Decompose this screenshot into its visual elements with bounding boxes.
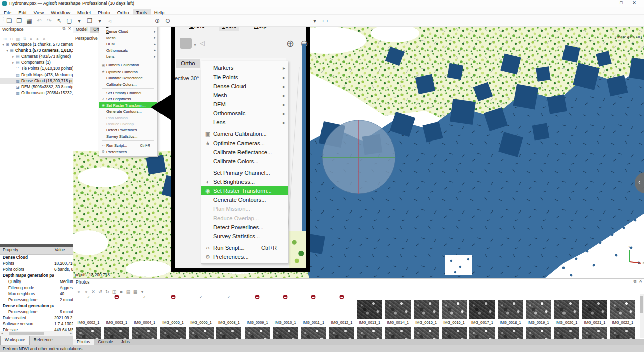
float-panel-icon[interactable]: ⧉ xyxy=(63,26,66,31)
photo-cell[interactable] xyxy=(496,327,524,339)
photo-cell[interactable] xyxy=(468,327,496,339)
photo-thumbnail[interactable] xyxy=(216,300,242,319)
menu-item[interactable]: ‹›Run Script...Ctrl+R xyxy=(99,142,157,148)
photo-cell[interactable] xyxy=(440,327,468,339)
open-document-icon[interactable]: ❒ xyxy=(14,16,24,25)
minimize-button[interactable]: – xyxy=(602,0,615,5)
add-folder-icon[interactable]: ▤ xyxy=(15,37,21,41)
photo-thumbnail[interactable] xyxy=(273,327,298,339)
photo-cell[interactable]: IMG_0012_1 xyxy=(328,294,356,327)
photo-cell[interactable] xyxy=(243,327,271,339)
photo-thumbnail[interactable] xyxy=(498,300,523,319)
photo-thumbnail[interactable] xyxy=(582,300,607,319)
tree-item[interactable]: ▸▤Cameras (483/573 aligned) xyxy=(0,54,73,60)
menu-item[interactable]: Reduce Overlap... xyxy=(201,214,288,223)
enable-photo-icon[interactable]: ● xyxy=(75,289,83,294)
photo-thumbnail[interactable] xyxy=(104,300,129,319)
close-panel-icon[interactable]: ✕ xyxy=(639,279,642,284)
photo-cell[interactable] xyxy=(581,327,609,339)
photo-cell[interactable] xyxy=(187,327,215,339)
photo-thumbnail[interactable] xyxy=(385,327,411,339)
menu-item[interactable]: ◐Set Brightness... xyxy=(201,177,288,186)
photo-cell[interactable] xyxy=(159,327,187,339)
photo-cell[interactable] xyxy=(103,327,131,339)
photo-cell[interactable]: IMG_0014_1 xyxy=(384,294,412,327)
photo-cell[interactable]: IMG_0020_1 xyxy=(552,294,581,327)
photo-thumbnail[interactable] xyxy=(301,327,326,339)
save-document-icon[interactable]: ▦ xyxy=(24,16,34,25)
photo-thumbnail[interactable] xyxy=(554,300,579,319)
menu-item[interactable] xyxy=(204,242,285,242)
photo-thumbnail[interactable] xyxy=(329,327,354,339)
disable-photo-icon[interactable]: ● xyxy=(83,289,90,294)
scrollbar-thumb[interactable] xyxy=(640,296,643,313)
expand-arrow-icon[interactable]: ▸ xyxy=(11,54,15,60)
menu-item[interactable]: ▣Camera Calibration... xyxy=(99,62,157,68)
tree-item[interactable]: ▾⊞Workspace (1 chunks, 573 cameras) xyxy=(0,42,73,48)
menu-item[interactable]: Set Primary Channel... xyxy=(201,168,288,177)
menu-item[interactable]: Generate Contours... xyxy=(99,108,157,114)
menu-item[interactable]: DEM xyxy=(99,41,157,47)
photo-thumbnail[interactable] xyxy=(245,327,270,339)
remove-photo-icon[interactable]: ✕ xyxy=(90,289,97,294)
menu-item[interactable]: Survey Statistics... xyxy=(99,133,157,139)
photo-thumbnail[interactable] xyxy=(610,327,635,339)
photo-thumbnail[interactable] xyxy=(273,300,298,319)
expand-arrow-icon[interactable]: ▾ xyxy=(1,42,5,48)
photo-cell[interactable]: IMG_0022_1 xyxy=(609,294,637,327)
photo-cell[interactable]: IMG_0005_1 xyxy=(159,294,187,327)
menu-item[interactable]: Reduce Overlap... xyxy=(99,121,157,127)
photo-cell[interactable] xyxy=(384,327,412,339)
menu-item[interactable]: DEM xyxy=(201,100,288,109)
photo-thumbnail[interactable] xyxy=(245,300,270,319)
photo-thumbnail[interactable] xyxy=(526,327,551,339)
rotate-cw-icon[interactable]: ↻ xyxy=(104,289,111,294)
photo-thumbnail[interactable] xyxy=(554,327,579,339)
tool-caret-icon[interactable]: ▾ xyxy=(310,16,320,25)
photo-cell[interactable] xyxy=(215,327,243,339)
menu-item[interactable]: Markers xyxy=(201,63,288,73)
scroll-left-icon[interactable]: ◂ xyxy=(1,331,3,335)
menu-item[interactable]: Orthomosaic xyxy=(201,109,288,118)
selection-caret-icon[interactable]: ▾ xyxy=(74,16,85,25)
photo-thumbnail[interactable] xyxy=(414,327,439,339)
menu-item[interactable]: Calibrate Reflectance... xyxy=(201,148,288,157)
photo-thumbnail[interactable] xyxy=(442,327,467,339)
menu-item[interactable]: Calibrate Colors... xyxy=(99,81,157,87)
tree-item[interactable]: ▤Depth Maps (478, Medium quality, Aggres xyxy=(0,72,73,78)
filter-photos-icon[interactable]: ◫ xyxy=(111,289,118,294)
photo-cell[interactable] xyxy=(412,327,440,339)
photo-thumbnail[interactable] xyxy=(498,327,523,339)
disable-icon[interactable]: ● xyxy=(34,37,41,41)
photo-thumbnail[interactable] xyxy=(329,300,354,319)
menu-item[interactable]: ▣Camera Calibration... xyxy=(201,129,288,138)
navigation-cursor-icon[interactable]: ↖ xyxy=(54,16,64,25)
menu-item[interactable]: Lens xyxy=(99,53,157,59)
photo-thumbnail[interactable] xyxy=(610,300,635,319)
photo-cell[interactable]: IMG_0006_1 xyxy=(187,294,215,327)
menu-item[interactable]: Generate Contours... xyxy=(201,195,288,204)
menu-item[interactable]: Tie Points xyxy=(201,73,288,82)
vertical-scrollbar[interactable] xyxy=(640,294,644,338)
crop-caret-icon[interactable]: ▾ xyxy=(95,16,105,25)
menu-item[interactable]: Detect Powerlines... xyxy=(99,127,157,133)
add-chunk-icon[interactable]: ⊞ xyxy=(2,37,8,41)
photo-thumbnail[interactable] xyxy=(414,300,439,319)
menu-item[interactable]: Plan Mission... xyxy=(99,115,157,121)
photo-cell[interactable] xyxy=(74,327,103,339)
photo-thumbnail[interactable] xyxy=(357,300,382,319)
photo-cell[interactable] xyxy=(552,327,581,339)
menu-item[interactable]: ◐Set Brightness... xyxy=(99,96,157,102)
menu-item[interactable] xyxy=(102,61,154,61)
photo-thumbnail[interactable] xyxy=(385,300,411,319)
model-viewport[interactable]: Y X xyxy=(73,26,644,278)
menu-item[interactable]: Dense Cloud xyxy=(201,82,288,91)
photo-cell[interactable]: IMG_0004_1 xyxy=(131,294,159,327)
menu-item[interactable]: Dense Cloud xyxy=(99,29,157,35)
menu-item[interactable] xyxy=(102,88,154,89)
remove-icon[interactable]: ✕ xyxy=(41,37,47,41)
tree-item[interactable]: ▩Dense Cloud (18,200,718 points, Medium xyxy=(0,78,73,84)
large-icons-view-icon[interactable]: ■ xyxy=(118,289,125,294)
photo-cell[interactable]: IMG_0008_1 xyxy=(215,294,243,327)
photo-thumbnail[interactable] xyxy=(76,327,101,339)
